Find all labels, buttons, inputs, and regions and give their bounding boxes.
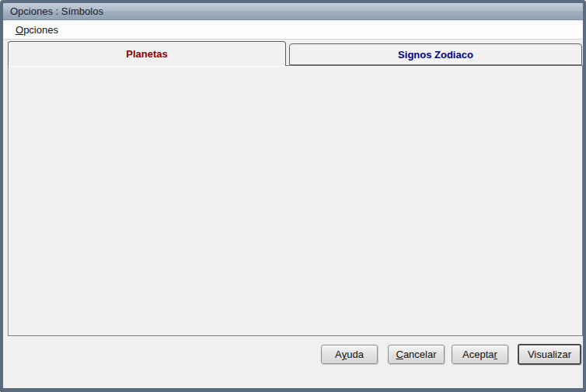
menubar: Opciones	[4, 21, 582, 40]
titlebar: Opciones : Símbolos	[3, 3, 583, 20]
tab-signos-label: Signos Zodiaco	[398, 49, 473, 61]
ayuda-button[interactable]: Ayuda	[321, 345, 378, 364]
options-symbols-dialog: Opciones : Símbolos Opciones Planetas Si…	[0, 0, 586, 392]
tab-planetas-label: Planetas	[126, 48, 167, 60]
tab-planetas[interactable]: Planetas	[8, 41, 286, 66]
tab-signos-zodiaco[interactable]: Signos Zodiaco	[289, 43, 582, 65]
aceptar-button[interactable]: Aceptar	[452, 345, 508, 364]
cancelar-button[interactable]: Cancelar	[388, 345, 445, 364]
menu-opciones[interactable]: Opciones	[10, 23, 64, 37]
window-title: Opciones : Símbolos	[10, 5, 103, 17]
visualizar-button[interactable]: Visualizar	[518, 344, 581, 365]
planetas-tab-panel	[8, 65, 583, 336]
